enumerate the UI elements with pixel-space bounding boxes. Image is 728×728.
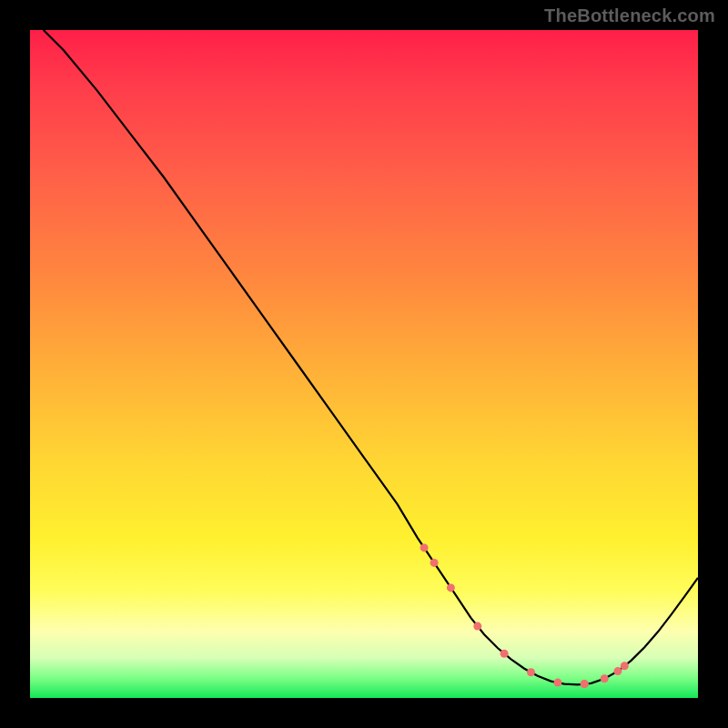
bottleneck-curve (44, 30, 698, 684)
range-dot (601, 674, 609, 682)
range-dot (581, 680, 589, 688)
range-dot (500, 650, 509, 658)
plot-area (30, 30, 698, 698)
range-dot (621, 662, 629, 670)
optimal-range-dots (420, 543, 629, 688)
range-dot (553, 679, 561, 687)
range-dot (613, 667, 622, 675)
range-dot (473, 622, 481, 631)
range-dot (527, 668, 535, 676)
range-dot (420, 543, 429, 551)
range-dot (447, 583, 455, 592)
range-dot (430, 559, 439, 567)
watermark-text: TheBottleneck.com (544, 5, 715, 26)
curve-overlay (30, 30, 698, 698)
chart-frame: TheBottleneck.com (0, 0, 728, 728)
